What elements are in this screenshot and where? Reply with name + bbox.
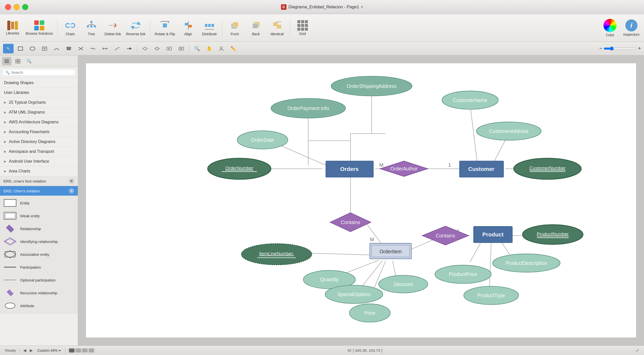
zoom-in-button[interactable]: + (638, 46, 641, 51)
pencil-tool[interactable]: ✏️ (228, 44, 239, 53)
shape-item-identifying-relationship[interactable]: Identifying relationship (0, 235, 78, 248)
minimize-button[interactable] (14, 4, 20, 10)
toolbar-sep-2 (150, 19, 150, 37)
canvas-area[interactable]: M 1 1 M 1 1 (78, 55, 644, 345)
shape-item-entity[interactable]: Entity (0, 197, 78, 209)
status-sep2 (65, 348, 65, 353)
svg-line-34 (115, 47, 119, 50)
flow3-tool[interactable] (164, 44, 174, 53)
svg-text:SpecialOptions: SpecialOptions (337, 292, 371, 297)
diagram-canvas[interactable]: M 1 1 M 1 1 (86, 63, 636, 338)
maximize-button[interactable] (22, 4, 28, 10)
color-button[interactable]: Color (600, 17, 620, 39)
svg-marker-46 (5, 239, 15, 244)
ellipse-tool[interactable] (27, 44, 38, 53)
sidebar-item-drawing-shapes[interactable]: Drawing Shapes (0, 78, 78, 88)
status-sep (19, 348, 20, 353)
delete-link-button[interactable]: Delete link (102, 17, 123, 39)
page-view-btn-1[interactable] (69, 348, 75, 352)
zoom-slider[interactable] (604, 47, 636, 51)
sidebar-item-orgcharts[interactable]: ▶ 25 Typical Orgcharts (0, 98, 78, 108)
search-input[interactable] (11, 70, 73, 75)
svg-rect-26 (277, 25, 281, 28)
coordinates-display: M: [ 445.38, 104.74 ] (348, 348, 382, 352)
connect2-tool[interactable] (76, 44, 86, 53)
shape-item-attribute[interactable]: Attribute (0, 299, 78, 312)
shape-item-recursive-relationship[interactable]: Recursive relationship (0, 287, 78, 299)
phone-tool[interactable]: ☎ (63, 44, 74, 53)
page-view-btn-3[interactable] (82, 348, 88, 352)
search-tab[interactable]: 🔍 (24, 57, 34, 65)
page-prev-button[interactable]: ◀ (23, 348, 26, 353)
svg-text:Customer: Customer (468, 166, 495, 172)
erd-chens-close-button[interactable]: ✕ (69, 188, 74, 194)
shape-item-associative-entity[interactable]: Associative entity (0, 248, 78, 261)
distribute-button[interactable]: Distribute (199, 17, 220, 39)
erd-crows-header[interactable]: ERD, crow's foot notation ✕ (0, 176, 78, 186)
chain-button[interactable]: Chain (60, 17, 80, 39)
svg-rect-43 (16, 61, 18, 63)
svg-text:ProductType: ProductType (477, 293, 505, 298)
flow4-tool[interactable] (176, 44, 187, 53)
secondary-toolbar: ↖ ☎ 🔍 ✋ ✏️ − (0, 42, 644, 55)
line1-tool[interactable] (112, 44, 122, 53)
shape-item-relationship[interactable]: Relationship (0, 222, 78, 235)
shape-participation-label: Participation (20, 265, 41, 269)
grid-view-tab[interactable] (13, 57, 23, 65)
toolbar-sep-4 (290, 19, 290, 37)
shape-item-participation[interactable]: Participation (0, 261, 78, 274)
attribute-preview (4, 301, 17, 310)
sidebar-item-user-libraries[interactable]: User Libraries (0, 88, 78, 98)
user-tool[interactable] (216, 44, 227, 53)
page-next-button[interactable]: ▶ (30, 348, 33, 353)
erd-crows-close-button[interactable]: ✕ (69, 178, 74, 184)
inspectors-button[interactable]: i Inspectors (621, 17, 641, 39)
front-button[interactable]: Front (225, 17, 245, 39)
flow2-tool[interactable] (152, 44, 162, 53)
grid-button[interactable]: Grid (293, 17, 313, 39)
color-wheel-icon (603, 19, 617, 32)
arrow1-tool[interactable] (124, 44, 134, 53)
svg-rect-41 (16, 59, 18, 61)
arrow-both-tool[interactable] (100, 44, 110, 53)
svg-rect-17 (205, 24, 207, 27)
close-button[interactable] (5, 4, 11, 10)
delete-link-icon (107, 20, 118, 31)
sidebar-item-atm-uml[interactable]: ▶ ATM UML Diagrams (0, 108, 78, 117)
align-button[interactable]: Align (178, 17, 198, 39)
zoom-select[interactable]: Custom 49% 25% 50% 75% 100% 150% 200% (36, 348, 62, 353)
svg-rect-18 (208, 24, 211, 27)
table-tool[interactable] (39, 44, 50, 53)
svg-rect-16 (188, 25, 192, 27)
zoom-tool[interactable]: 🔍 (192, 44, 202, 53)
sidebar-item-accounting[interactable]: ▶ Accounting Flowcharts (0, 127, 78, 137)
shape-item-optional-participation[interactable]: Optional participation (0, 274, 78, 287)
hand-tool[interactable]: ✋ (204, 44, 214, 53)
page-view-btn-4[interactable] (89, 348, 94, 352)
expand-button[interactable]: ⤢ (636, 348, 639, 353)
rotate-flip-button[interactable]: Rotate & Flip (153, 17, 177, 39)
shape-item-weak-entity[interactable]: Weak entity (0, 209, 78, 222)
connect1-tool[interactable] (51, 44, 62, 53)
sidebar-item-aerospace[interactable]: ▶ Aerospace and Transport (0, 147, 78, 157)
erd-chens-header[interactable]: ERD, Chen's notation ✕ (0, 186, 78, 196)
reverse-link-button[interactable]: Reverse link (124, 17, 148, 39)
dropdown-arrow[interactable]: ▾ (361, 5, 363, 9)
sidebar-item-area-charts[interactable]: ▶ Area Charts (0, 166, 78, 176)
zoom-out-button[interactable]: − (599, 46, 602, 51)
select-tool[interactable]: ↖ (3, 44, 14, 53)
identical-button[interactable]: Identical (267, 17, 287, 39)
libraries-button[interactable]: Libraries (3, 17, 23, 39)
svg-line-77 (489, 243, 491, 289)
sidebar-item-aws[interactable]: ▶ AWS Architecture Diagrams (0, 117, 78, 127)
browse-solutions-button[interactable]: Browse Solutions (24, 17, 55, 39)
sidebar-item-active-dir[interactable]: ▶ Active Directory Diagrams (0, 137, 78, 147)
list-view-tab[interactable] (2, 57, 12, 65)
tree-button[interactable]: Tree (81, 17, 101, 39)
page-view-btn-2[interactable] (76, 348, 81, 352)
rect-tool[interactable] (15, 44, 26, 53)
flow1-tool[interactable] (140, 44, 150, 53)
connect3-tool[interactable] (88, 44, 98, 53)
sidebar-item-android[interactable]: ▶ Android User Interface (0, 157, 78, 166)
back-button[interactable]: Back (246, 17, 266, 39)
